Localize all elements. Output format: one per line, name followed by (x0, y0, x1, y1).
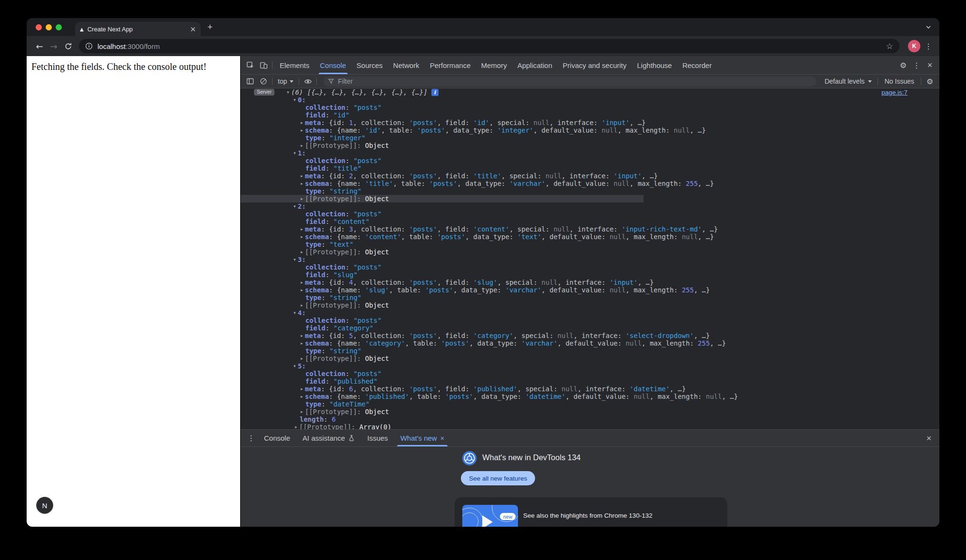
chevron-down-icon[interactable] (925, 24, 932, 30)
collapse-icon[interactable]: ▾ (292, 257, 298, 262)
collapse-icon[interactable]: ▾ (292, 97, 298, 102)
console-token: : (345, 157, 353, 164)
filter-input[interactable]: Filter (323, 77, 816, 87)
tab-network[interactable]: Network (388, 56, 425, 74)
close-window-button[interactable] (36, 24, 42, 30)
console-row: ▸meta: {id: 6, collection: 'posts', fiel… (241, 385, 939, 393)
expand-icon[interactable]: ▸ (299, 386, 305, 391)
tab-recorder[interactable]: Recorder (677, 56, 717, 74)
collapse-icon[interactable]: ▾ (292, 310, 298, 315)
console-row: ▾5: (241, 362, 939, 370)
collapse-icon[interactable]: ▾ (292, 364, 298, 368)
close-tab-icon[interactable]: ✕ (190, 26, 196, 33)
site-info-icon[interactable] (85, 42, 93, 50)
drawer-tab-issues[interactable]: Issues (361, 430, 394, 446)
new-tab-button[interactable]: + (207, 22, 213, 32)
minimize-window-button[interactable] (46, 24, 52, 30)
expand-icon[interactable]: ▸ (299, 333, 305, 338)
console-token: 'varchar' (505, 286, 541, 294)
console-settings-gear-icon[interactable]: ⚙ (923, 75, 937, 87)
info-badge-icon[interactable]: i (431, 89, 439, 96)
reload-button[interactable] (61, 42, 75, 50)
console-token: {id: (329, 225, 349, 233)
device-toolbar-icon[interactable] (257, 59, 270, 71)
expand-icon[interactable]: ▸ (299, 394, 305, 399)
drawer-tab-console[interactable]: Console (258, 430, 296, 446)
forward-button[interactable]: → (47, 41, 61, 51)
expand-icon[interactable]: ▸ (299, 303, 305, 308)
console-token: , field: (437, 225, 473, 233)
tab-memory[interactable]: Memory (476, 56, 512, 74)
collapse-icon[interactable]: ▾ (292, 204, 298, 209)
tab-elements[interactable]: Elements (274, 56, 315, 74)
console-token: null (634, 393, 650, 400)
expand-icon[interactable]: ▸ (299, 227, 305, 232)
expand-icon[interactable]: ▸ (299, 280, 305, 285)
expand-icon[interactable]: ▸ (299, 356, 305, 361)
expand-icon[interactable]: ▸ (299, 143, 305, 148)
expand-icon[interactable]: ▸ (299, 196, 305, 201)
console-token: , collection: (353, 225, 409, 233)
devtools-tabs: ElementsConsoleSourcesNetworkPerformance… (274, 56, 717, 74)
settings-gear-icon[interactable]: ⚙ (897, 59, 910, 71)
expand-icon[interactable]: ▸ (299, 288, 305, 292)
issues-counter[interactable]: No Issues (880, 77, 919, 85)
expand-icon[interactable]: ▸ (299, 120, 305, 125)
browser-toolbar: ← → localhost:3000/form ☆ K ⋮ (27, 36, 939, 56)
tab-application[interactable]: Application (512, 56, 557, 74)
expand-icon[interactable]: ▸ (299, 128, 305, 133)
console-token: , …} (630, 119, 646, 126)
nextjs-dev-badge[interactable]: N (36, 497, 53, 514)
console-token (361, 301, 365, 309)
expand-icon[interactable]: ▸ (299, 250, 305, 254)
see-all-features-button[interactable]: See all new features (461, 471, 535, 485)
close-drawer-icon[interactable]: × (922, 432, 936, 444)
console-row: type: "string" (241, 187, 939, 195)
tab-privacy-and-security[interactable]: Privacy and security (557, 56, 632, 74)
inspect-element-icon[interactable] (244, 59, 257, 71)
fullscreen-window-button[interactable] (56, 24, 62, 30)
console-row: field: "title" (241, 164, 939, 172)
tab-console[interactable]: Console (315, 56, 351, 74)
console-source-link[interactable]: page.js:7 (881, 89, 907, 96)
collapse-icon[interactable]: ▾ (285, 90, 291, 95)
expand-icon[interactable]: ▸ (299, 181, 305, 186)
expand-icon[interactable]: ▸ (299, 174, 305, 178)
collapse-icon[interactable]: ▾ (292, 151, 298, 155)
tab-lighthouse[interactable]: Lighthouse (632, 56, 677, 74)
expand-icon[interactable]: ▸ (293, 425, 299, 429)
console-token: 'posts' (429, 180, 457, 187)
address-bar[interactable]: localhost:3000/form ☆ (79, 39, 899, 53)
whats-new-title: What's new in DevTools 134 (482, 453, 581, 462)
expand-icon[interactable]: ▸ (299, 341, 305, 346)
drawer-tabbar: ⋮ ConsoleAI assistanceIssuesWhat's new× … (241, 429, 939, 447)
profile-avatar[interactable]: K (908, 40, 920, 52)
browser-menu-icon[interactable]: ⋮ (923, 42, 934, 51)
highlights-card[interactable]: new See also the highlights from Chrome … (455, 497, 727, 527)
expand-icon[interactable]: ▸ (299, 409, 305, 414)
console-row: ▸meta: {id: 1, collection: 'posts', fiel… (241, 119, 939, 126)
close-devtools-icon[interactable]: × (923, 59, 937, 71)
console-sidebar-icon[interactable] (244, 75, 257, 87)
back-button[interactable]: ← (32, 41, 47, 51)
tab-sources[interactable]: Sources (351, 56, 388, 74)
console-token: , default_value: (541, 233, 609, 241)
expand-icon[interactable]: ▸ (299, 234, 305, 239)
close-whats-new-tab-icon[interactable]: × (440, 434, 444, 442)
tab-performance[interactable]: Performance (425, 56, 476, 74)
drawer-tab-ai-assistance[interactable]: AI assistance (296, 430, 361, 446)
console-token: 'title' (365, 180, 393, 187)
console-token: 6 (349, 385, 353, 393)
log-levels-dropdown[interactable]: Default levels (821, 77, 876, 85)
drawer-menu-icon[interactable]: ⋮ (244, 432, 258, 444)
browser-tab[interactable]: ▲ Create Next App ✕ (75, 22, 201, 36)
context-selector[interactable]: top (274, 77, 297, 85)
clear-console-icon[interactable] (257, 75, 270, 87)
drawer-tab-what-s-new[interactable]: What's new× (394, 430, 450, 446)
live-expression-eye-icon[interactable] (301, 75, 314, 87)
bookmark-star-icon[interactable]: ☆ (886, 41, 893, 51)
devtools-menu-icon[interactable]: ⋮ (910, 59, 923, 71)
console-token: : (325, 164, 333, 172)
divider (272, 61, 273, 69)
console-token: 'id' (473, 119, 489, 126)
